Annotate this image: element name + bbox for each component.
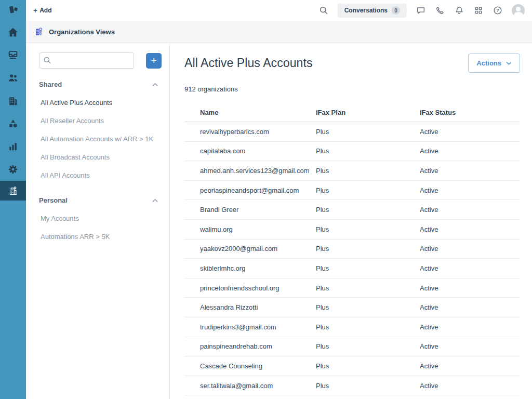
status-cell: Active — [420, 264, 520, 272]
avatar-body-icon — [514, 12, 523, 17]
calls-button[interactable] — [435, 5, 445, 16]
status-cell: Active — [420, 128, 520, 136]
table-row[interactable]: painspineandrehab.com Plus Active — [184, 337, 520, 357]
org-name-cell[interactable]: Alessandra Rizzotti — [200, 303, 316, 311]
plan-cell: Plus — [316, 225, 420, 233]
org-name-cell[interactable]: Cascade Counseling — [200, 362, 316, 370]
sidebar-view-item[interactable]: My Accounts — [26, 209, 169, 228]
sidebar-item-reports[interactable] — [0, 135, 26, 158]
table-row[interactable]: skiblerlmhc.org Plus Active — [184, 259, 520, 278]
status-cell: Active — [420, 245, 520, 252]
sidebar-view-item[interactable]: All API Accounts — [26, 166, 169, 184]
sidebar-search-row: + — [26, 52, 169, 69]
conversations-button[interactable]: Conversations 0 — [338, 4, 407, 18]
status-cell: Active — [420, 284, 520, 292]
sidebar-view-item[interactable]: All Reseller Accounts — [26, 112, 169, 130]
help-button[interactable]: ? — [493, 5, 503, 16]
plan-cell: Plus — [316, 206, 420, 214]
status-cell: Active — [420, 167, 520, 175]
search-icon — [319, 6, 328, 15]
chat-button[interactable] — [416, 5, 426, 16]
plan-cell: Plus — [316, 128, 420, 136]
org-name-cell[interactable]: painspineandrehab.com — [200, 342, 316, 350]
svg-text:?: ? — [496, 8, 499, 13]
table-row[interactable]: Alessandra Rizzotti Plus Active — [184, 298, 520, 317]
sidebar-item-home[interactable] — [0, 21, 26, 44]
organizations-icon — [7, 185, 19, 196]
app-icon-rail — [0, 0, 26, 399]
org-name-cell[interactable]: revivalhyperbarics.com — [200, 128, 316, 136]
help-icon: ? — [493, 6, 502, 15]
sidebar-item-companies[interactable] — [0, 89, 26, 112]
contacts-icon — [7, 72, 19, 84]
org-name-cell[interactable]: ser.talitwala@gmail.com — [200, 382, 316, 390]
chevron-up-icon[interactable] — [152, 83, 158, 87]
org-name-cell[interactable]: walimu.org — [200, 225, 316, 233]
org-name-cell[interactable]: princetonfriendsschool.org — [200, 284, 316, 292]
column-header-plan: iFax Plan — [316, 109, 420, 116]
column-header-status: iFax Status — [420, 109, 520, 116]
app-logo[interactable] — [0, 0, 26, 21]
org-count: 912 organizations — [184, 85, 520, 93]
section-header-personal: Personal — [26, 191, 169, 209]
sidebar-item-contacts[interactable] — [0, 66, 26, 89]
table-row[interactable]: revivalhyperbarics.com Plus Active — [184, 122, 520, 142]
org-name-cell[interactable]: Brandi Greer — [200, 206, 316, 214]
plan-cell: Plus — [316, 342, 420, 350]
actions-button[interactable]: Actions — [468, 54, 520, 73]
view-list-personal: My Accounts Automations ARR > 5K — [26, 209, 169, 246]
sidebar-item-settings[interactable] — [0, 158, 26, 181]
sidebar-view-item[interactable]: All Active Plus Accounts — [26, 94, 169, 112]
chevron-up-icon[interactable] — [152, 198, 158, 203]
sidebar-view-item[interactable]: All Automation Accounts w/ ARR > 1K — [26, 130, 169, 148]
search-icon — [43, 56, 51, 64]
plan-cell: Plus — [316, 284, 420, 292]
org-name-cell[interactable]: capitalaba.com — [200, 147, 316, 155]
search-button[interactable] — [318, 5, 329, 16]
org-table: Name iFax Plan iFax Status revivalhyperb… — [184, 103, 520, 395]
user-avatar[interactable] — [512, 4, 525, 17]
plan-cell: Plus — [316, 303, 420, 311]
plus-icon: + — [33, 6, 37, 15]
app-grid-icon — [474, 6, 483, 15]
page-title: All Active Plus Accounts — [184, 56, 313, 70]
sidebar-item-organizations[interactable] — [0, 181, 26, 201]
status-cell: Active — [420, 206, 520, 214]
table-row[interactable]: princetonfriendsschool.org Plus Active — [184, 278, 520, 298]
sidebar-view-item[interactable]: All Broadcast Accounts — [26, 148, 169, 166]
status-cell: Active — [420, 225, 520, 233]
sidebar-section-shared: Shared All Active Plus Accounts All Rese… — [26, 75, 169, 184]
table-row[interactable]: yaakovz2000@gmail.com Plus Active — [184, 240, 520, 259]
org-table-body: revivalhyperbarics.com Plus Active capit… — [184, 122, 520, 395]
org-name-cell[interactable]: yaakovz2000@gmail.com — [200, 245, 316, 252]
sidebar-item-automation[interactable] — [0, 112, 26, 135]
section-label: Shared — [39, 81, 62, 88]
status-cell: Active — [420, 342, 520, 350]
inbox-icon — [7, 49, 19, 61]
plan-cell: Plus — [316, 187, 420, 194]
table-row[interactable]: peoriaspineandsport@gmail.com Plus Activ… — [184, 181, 520, 201]
table-row[interactable]: Cascade Counseling Plus Active — [184, 356, 520, 376]
table-row[interactable]: trudiperkins3@gmail.com Plus Active — [184, 317, 520, 337]
table-row[interactable]: Brandi Greer Plus Active — [184, 200, 520, 220]
add-button[interactable]: + Add — [33, 6, 52, 15]
status-cell: Active — [420, 362, 520, 370]
org-name-cell[interactable]: ahmed.anh.services123@gmail.com — [200, 167, 316, 175]
table-row[interactable]: ser.talitwala@gmail.com Plus Active — [184, 376, 520, 396]
org-name-cell[interactable]: skiblerlmhc.org — [200, 264, 316, 272]
marketplace-button[interactable] — [473, 5, 484, 16]
table-header-row: Name iFax Plan iFax Status — [184, 103, 520, 122]
table-row[interactable]: capitalaba.com Plus Active — [184, 142, 520, 162]
status-cell: Active — [420, 147, 520, 155]
notifications-button[interactable] — [454, 5, 464, 16]
conversations-label: Conversations — [344, 7, 388, 14]
org-name-cell[interactable]: peoriaspineandsport@gmail.com — [200, 187, 316, 194]
search-input[interactable] — [39, 52, 134, 69]
new-view-button[interactable]: + — [146, 53, 162, 69]
table-row[interactable]: walimu.org Plus Active — [184, 220, 520, 240]
table-row[interactable]: ahmed.anh.services123@gmail.com Plus Act… — [184, 161, 520, 181]
org-name-cell[interactable]: trudiperkins3@gmail.com — [200, 323, 316, 331]
sidebar-view-item[interactable]: Automations ARR > 5K — [26, 228, 169, 246]
sidebar-item-inbox[interactable] — [0, 44, 26, 66]
phone-icon — [435, 6, 445, 15]
